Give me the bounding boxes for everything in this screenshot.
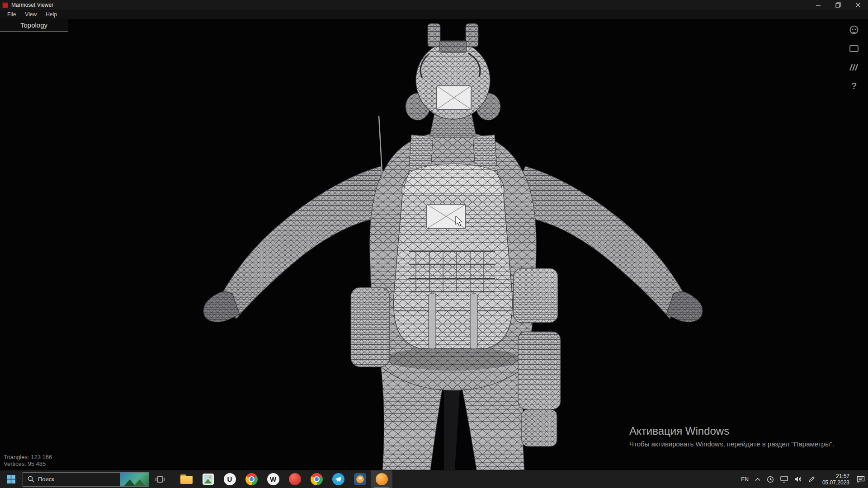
- menu-help[interactable]: Help: [41, 10, 61, 19]
- marmoset-viewer-icon: [376, 473, 388, 485]
- activation-title: Активация Windows: [629, 425, 834, 437]
- mesh-stats: Triangles: 123 166 Vertices: 95 485: [4, 454, 52, 467]
- file-explorer-icon: [180, 474, 193, 484]
- restore-button[interactable]: [828, 0, 848, 10]
- photo-viewer-icon: [203, 474, 214, 485]
- titlebar: Marmoset Viewer: [0, 0, 868, 10]
- model-part-crotch-shadow: [444, 382, 460, 470]
- windows-logo-icon: [7, 475, 15, 483]
- tray-clock-app[interactable]: [764, 470, 777, 488]
- minimize-icon: [816, 3, 821, 8]
- model-shadow: [385, 347, 521, 371]
- clock-icon: [767, 476, 774, 483]
- notification-icon: [857, 476, 865, 483]
- display-icon: [780, 476, 788, 483]
- tray-volume[interactable]: [791, 470, 805, 488]
- viewer-toolbar: ?: [848, 24, 860, 92]
- task-view-button[interactable]: [149, 470, 171, 488]
- language-indicator[interactable]: EN: [738, 470, 752, 488]
- unreal-engine-icon: U: [224, 473, 236, 485]
- taskbar-clock[interactable]: 21:57 05.07.2023: [818, 473, 854, 486]
- marmoset-logo-icon[interactable]: [848, 24, 860, 36]
- taskbar-search[interactable]: [23, 472, 149, 487]
- menu-file[interactable]: File: [3, 10, 20, 19]
- tab-topology-label: Topology: [20, 21, 47, 29]
- material-view-icon[interactable]: [848, 43, 860, 55]
- taskbar-app-blender[interactable]: [349, 470, 371, 488]
- windows-activation-watermark: Активация Windows Чтобы активировать Win…: [629, 425, 834, 448]
- taskbar-app-photo-viewer[interactable]: [197, 470, 219, 488]
- clock-date: 05.07.2023: [822, 479, 849, 486]
- wireframe-view-icon[interactable]: [848, 61, 860, 73]
- activation-subtitle: Чтобы активировать Windows, перейдите в …: [629, 440, 834, 448]
- taskbar-app-chrome[interactable]: [241, 470, 262, 488]
- chrome-icon: [245, 473, 258, 485]
- tray-pen[interactable]: [805, 470, 818, 488]
- chrome-profile-2-icon: [311, 473, 323, 485]
- search-icon: [28, 476, 34, 483]
- restore-icon: [835, 2, 841, 8]
- close-icon: [856, 3, 861, 8]
- stat-triangles: Triangles: 123 166: [4, 454, 52, 460]
- window-title: Marmoset Viewer: [11, 2, 53, 8]
- taskbar-app-wattpad[interactable]: W: [262, 470, 284, 488]
- taskbar-app-chrome-2[interactable]: [306, 470, 327, 488]
- viewport[interactable]: Topology ? Triangles: 123 166 Vertices: …: [0, 19, 868, 470]
- window-controls: [808, 0, 868, 10]
- model-part-helmet-patch: [437, 86, 471, 109]
- tab-topology[interactable]: Topology: [0, 19, 68, 32]
- model-wireframe-soldier[interactable]: [0, 19, 868, 470]
- action-center-button[interactable]: [854, 470, 868, 488]
- taskbar-app-file-explorer[interactable]: [175, 470, 197, 488]
- marmoset-toolbag-icon: [289, 473, 301, 485]
- taskbar-app-marmoset-toolbag[interactable]: [284, 470, 306, 488]
- taskbar-app-telegram[interactable]: [327, 470, 349, 488]
- menubar: File View Help: [0, 10, 868, 19]
- search-highlight-image[interactable]: [120, 472, 149, 487]
- minimize-button[interactable]: [808, 0, 828, 10]
- tray-display[interactable]: [777, 470, 791, 488]
- volume-icon: [794, 476, 802, 483]
- task-view-icon: [156, 476, 165, 483]
- stat-vertices: Vertices: 95 485: [4, 460, 52, 467]
- chevron-up-icon: [755, 478, 760, 481]
- taskbar-apps: U W: [175, 470, 392, 488]
- telegram-icon: [332, 473, 344, 485]
- app-icon: [2, 2, 8, 8]
- blender-icon: [354, 473, 366, 485]
- help-icon[interactable]: ?: [848, 80, 860, 92]
- menu-view[interactable]: View: [20, 10, 41, 19]
- search-input[interactable]: [38, 476, 120, 483]
- taskbar-app-marmoset-viewer[interactable]: [371, 470, 392, 488]
- pen-icon: [808, 476, 815, 483]
- taskbar: U W EN: [0, 470, 868, 488]
- taskbar-app-unreal-engine[interactable]: U: [219, 470, 241, 488]
- clock-time: 21:57: [822, 473, 849, 479]
- wattpad-icon: W: [267, 473, 279, 485]
- system-tray: EN 21:57: [738, 470, 868, 488]
- close-button[interactable]: [848, 0, 868, 10]
- hidden-icons-button[interactable]: [752, 470, 764, 488]
- start-button[interactable]: [0, 470, 22, 488]
- model-part-backpack: [394, 164, 513, 349]
